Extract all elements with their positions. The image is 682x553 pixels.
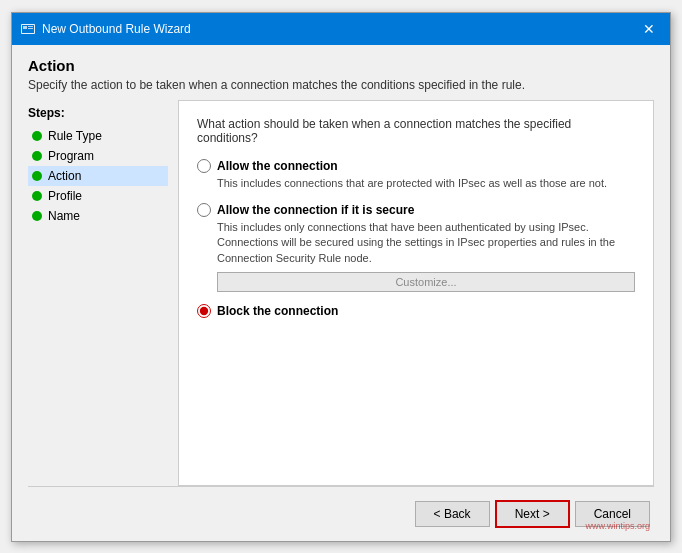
step-label-program: Program — [48, 149, 94, 163]
steps-label: Steps: — [28, 106, 168, 120]
desc-allow: This includes connections that are prote… — [217, 176, 635, 191]
svg-rect-3 — [28, 26, 33, 27]
step-dot-profile — [32, 191, 42, 201]
radio-group: Allow the connection This includes conne… — [197, 159, 635, 322]
step-dot-action — [32, 171, 42, 181]
step-label-name: Name — [48, 209, 80, 223]
back-button[interactable]: < Back — [415, 501, 490, 527]
step-dot-rule-type — [32, 131, 42, 141]
steps-panel: Steps: Rule Type Program Action Profile — [28, 100, 168, 486]
next-button[interactable]: Next > — [496, 501, 569, 527]
content-question: What action should be taken when a conne… — [197, 117, 635, 145]
step-label-profile: Profile — [48, 189, 82, 203]
svg-rect-2 — [23, 26, 27, 29]
window-icon — [20, 21, 36, 37]
customize-button[interactable]: Customize... — [217, 272, 635, 292]
desc-allow-secure: This includes only connections that have… — [217, 220, 635, 266]
option-block: Block the connection — [197, 304, 635, 321]
option-block-row: Block the connection — [197, 304, 635, 318]
title-bar: New Outbound Rule Wizard ✕ — [12, 13, 670, 45]
page-header: Action Specify the action to be taken wh… — [28, 57, 654, 92]
sidebar-item-rule-type: Rule Type — [28, 126, 168, 146]
radio-block[interactable] — [197, 304, 211, 318]
option-allow-row: Allow the connection — [197, 159, 635, 173]
content-panel: What action should be taken when a conne… — [178, 100, 654, 486]
option-allow: Allow the connection This includes conne… — [197, 159, 635, 191]
sidebar-item-name: Name — [28, 206, 168, 226]
step-dot-name — [32, 211, 42, 221]
page-title: Action — [28, 57, 654, 74]
radio-allow-secure[interactable] — [197, 203, 211, 217]
window-title: New Outbound Rule Wizard — [42, 22, 636, 36]
close-button[interactable]: ✕ — [636, 19, 662, 39]
main-area: Steps: Rule Type Program Action Profile — [28, 100, 654, 486]
watermark: www.wintips.org — [585, 521, 650, 531]
label-allow[interactable]: Allow the connection — [217, 159, 338, 173]
option-allow-secure: Allow the connection if it is secure Thi… — [197, 203, 635, 292]
page-subtitle: Specify the action to be taken when a co… — [28, 78, 654, 92]
label-block[interactable]: Block the connection — [217, 304, 338, 318]
step-label-rule-type: Rule Type — [48, 129, 102, 143]
sidebar-item-profile: Profile — [28, 186, 168, 206]
wizard-window: New Outbound Rule Wizard ✕ Action Specif… — [11, 12, 671, 542]
footer-divider — [28, 486, 654, 487]
option-allow-secure-row: Allow the connection if it is secure — [197, 203, 635, 217]
sidebar-item-program: Program — [28, 146, 168, 166]
label-allow-secure[interactable]: Allow the connection if it is secure — [217, 203, 414, 217]
svg-rect-4 — [28, 28, 33, 29]
sidebar-item-action: Action — [28, 166, 168, 186]
step-dot-program — [32, 151, 42, 161]
footer: < Back Next > Cancel www.wintips.org — [28, 493, 654, 531]
window-content: Action Specify the action to be taken wh… — [12, 45, 670, 541]
step-label-action: Action — [48, 169, 81, 183]
radio-allow[interactable] — [197, 159, 211, 173]
